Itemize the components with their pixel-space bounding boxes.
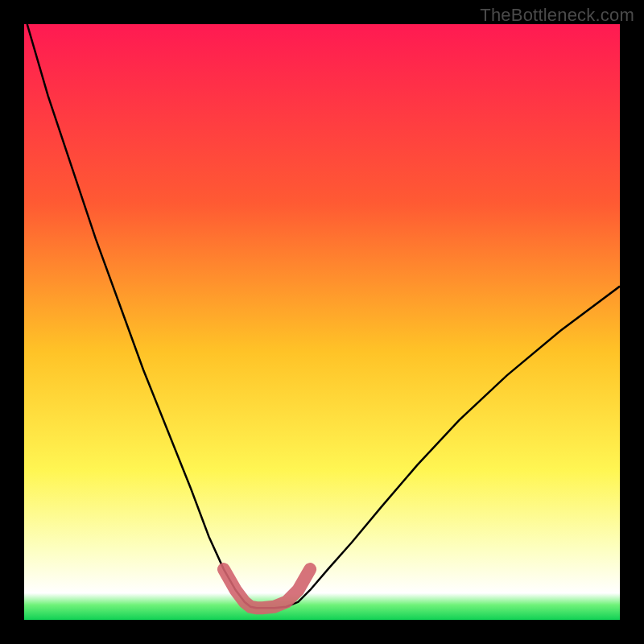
chart-canvas [24, 24, 620, 620]
gradient-background [24, 24, 620, 620]
outer-black-frame: TheBottleneck.com [0, 0, 644, 644]
plot-area [24, 24, 620, 620]
watermark-text: TheBottleneck.com [480, 5, 634, 26]
